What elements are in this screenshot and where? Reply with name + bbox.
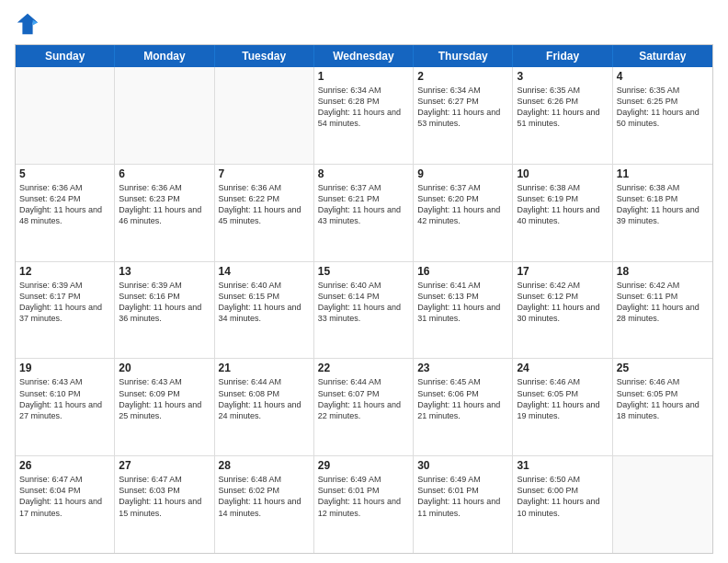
day-number: 26 [19,459,110,472]
calendar-cell-11: 11Sunrise: 6:38 AM Sunset: 6:18 PM Dayli… [613,165,712,261]
day-number: 9 [417,167,508,180]
day-number: 22 [318,362,409,374]
calendar: SundayMondayTuesdayWednesdayThursdayFrid… [15,44,713,554]
cell-info: Sunrise: 6:34 AM Sunset: 6:28 PM Dayligh… [318,85,409,130]
calendar-cell-empty-0-2 [215,67,314,164]
calendar-cell-14: 14Sunrise: 6:40 AM Sunset: 6:15 PM Dayli… [215,262,314,359]
cell-info: Sunrise: 6:47 AM Sunset: 6:03 PM Dayligh… [119,474,210,519]
day-number: 16 [417,265,508,278]
page: SundayMondayTuesdayWednesdayThursdayFrid… [0,0,728,563]
logo [15,11,44,37]
cell-info: Sunrise: 6:42 AM Sunset: 6:11 PM Dayligh… [617,280,709,325]
calendar-cell-3: 3Sunrise: 6:35 AM Sunset: 6:26 PM Daylig… [513,67,612,164]
calendar-cell-26: 26Sunrise: 6:47 AM Sunset: 6:04 PM Dayli… [16,456,115,553]
header [15,11,713,37]
day-number: 31 [517,459,608,472]
calendar-cell-5: 5Sunrise: 6:36 AM Sunset: 6:24 PM Daylig… [16,165,115,261]
cell-info: Sunrise: 6:48 AM Sunset: 6:02 PM Dayligh… [219,474,310,519]
day-number: 23 [417,362,508,374]
calendar-cell-empty-0-1 [115,67,214,164]
calendar-cell-28: 28Sunrise: 6:48 AM Sunset: 6:02 PM Dayli… [215,456,314,553]
calendar-cell-8: 8Sunrise: 6:37 AM Sunset: 6:21 PM Daylig… [314,165,414,261]
cell-info: Sunrise: 6:40 AM Sunset: 6:15 PM Dayligh… [219,280,310,325]
cell-info: Sunrise: 6:37 AM Sunset: 6:20 PM Dayligh… [417,182,508,227]
day-number: 29 [318,459,409,472]
cell-info: Sunrise: 6:36 AM Sunset: 6:22 PM Dayligh… [219,182,310,227]
day-number: 14 [219,265,310,278]
cell-info: Sunrise: 6:42 AM Sunset: 6:12 PM Dayligh… [517,280,608,325]
cell-info: Sunrise: 6:39 AM Sunset: 6:16 PM Dayligh… [119,280,210,325]
weekday-header-saturday: Saturday [613,45,712,67]
calendar-cell-29: 29Sunrise: 6:49 AM Sunset: 6:01 PM Dayli… [314,456,414,553]
weekday-header-monday: Monday [115,45,214,67]
calendar-cell-7: 7Sunrise: 6:36 AM Sunset: 6:22 PM Daylig… [215,165,314,261]
cell-info: Sunrise: 6:46 AM Sunset: 6:05 PM Dayligh… [517,376,608,421]
cell-info: Sunrise: 6:49 AM Sunset: 6:01 PM Dayligh… [417,474,508,519]
cell-info: Sunrise: 6:45 AM Sunset: 6:06 PM Dayligh… [417,376,508,421]
calendar-cell-23: 23Sunrise: 6:45 AM Sunset: 6:06 PM Dayli… [414,359,513,455]
day-number: 11 [617,167,709,180]
day-number: 27 [119,459,210,472]
calendar-cell-22: 22Sunrise: 6:44 AM Sunset: 6:07 PM Dayli… [314,359,414,455]
calendar-cell-empty-0-0 [16,67,115,164]
calendar-cell-6: 6Sunrise: 6:36 AM Sunset: 6:23 PM Daylig… [115,165,214,261]
calendar-cell-19: 19Sunrise: 6:43 AM Sunset: 6:10 PM Dayli… [16,359,115,455]
calendar-cell-27: 27Sunrise: 6:47 AM Sunset: 6:03 PM Dayli… [115,456,214,553]
day-number: 17 [517,265,608,278]
day-number: 25 [617,362,709,374]
cell-info: Sunrise: 6:35 AM Sunset: 6:25 PM Dayligh… [617,85,709,130]
weekday-header-wednesday: Wednesday [314,45,414,67]
calendar-row-3: 19Sunrise: 6:43 AM Sunset: 6:10 PM Dayli… [16,358,712,455]
cell-info: Sunrise: 6:50 AM Sunset: 6:00 PM Dayligh… [517,474,608,519]
day-number: 12 [19,265,110,278]
day-number: 2 [417,70,508,83]
cell-info: Sunrise: 6:43 AM Sunset: 6:09 PM Dayligh… [119,376,210,421]
calendar-row-0: 1Sunrise: 6:34 AM Sunset: 6:28 PM Daylig… [16,67,712,164]
cell-info: Sunrise: 6:34 AM Sunset: 6:27 PM Dayligh… [417,85,508,130]
cell-info: Sunrise: 6:49 AM Sunset: 6:01 PM Dayligh… [318,474,409,519]
day-number: 5 [19,167,110,180]
cell-info: Sunrise: 6:36 AM Sunset: 6:24 PM Dayligh… [19,182,110,227]
day-number: 19 [19,362,110,374]
calendar-cell-9: 9Sunrise: 6:37 AM Sunset: 6:20 PM Daylig… [414,165,513,261]
day-number: 20 [119,362,210,374]
day-number: 21 [219,362,310,374]
day-number: 10 [517,167,608,180]
weekday-header-thursday: Thursday [414,45,513,67]
cell-info: Sunrise: 6:41 AM Sunset: 6:13 PM Dayligh… [417,280,508,325]
calendar-cell-12: 12Sunrise: 6:39 AM Sunset: 6:17 PM Dayli… [16,262,115,359]
day-number: 13 [119,265,210,278]
weekday-header-tuesday: Tuesday [215,45,314,67]
cell-info: Sunrise: 6:46 AM Sunset: 6:05 PM Dayligh… [617,376,709,421]
calendar-cell-2: 2Sunrise: 6:34 AM Sunset: 6:27 PM Daylig… [414,67,513,164]
calendar-row-4: 26Sunrise: 6:47 AM Sunset: 6:04 PM Dayli… [16,455,712,553]
calendar-cell-15: 15Sunrise: 6:40 AM Sunset: 6:14 PM Dayli… [314,262,414,359]
calendar-cell-1: 1Sunrise: 6:34 AM Sunset: 6:28 PM Daylig… [314,67,414,164]
calendar-cell-24: 24Sunrise: 6:46 AM Sunset: 6:05 PM Dayli… [513,359,612,455]
day-number: 3 [517,70,608,83]
cell-info: Sunrise: 6:47 AM Sunset: 6:04 PM Dayligh… [19,474,110,519]
calendar-row-1: 5Sunrise: 6:36 AM Sunset: 6:24 PM Daylig… [16,164,712,261]
day-number: 18 [617,265,709,278]
calendar-cell-21: 21Sunrise: 6:44 AM Sunset: 6:08 PM Dayli… [215,359,314,455]
calendar-cell-31: 31Sunrise: 6:50 AM Sunset: 6:00 PM Dayli… [513,456,612,553]
calendar-cell-10: 10Sunrise: 6:38 AM Sunset: 6:19 PM Dayli… [513,165,612,261]
cell-info: Sunrise: 6:38 AM Sunset: 6:19 PM Dayligh… [517,182,608,227]
cell-info: Sunrise: 6:35 AM Sunset: 6:26 PM Dayligh… [517,85,608,130]
day-number: 24 [517,362,608,374]
calendar-header: SundayMondayTuesdayWednesdayThursdayFrid… [16,45,712,67]
calendar-cell-30: 30Sunrise: 6:49 AM Sunset: 6:01 PM Dayli… [414,456,513,553]
cell-info: Sunrise: 6:44 AM Sunset: 6:07 PM Dayligh… [318,376,409,421]
cell-info: Sunrise: 6:38 AM Sunset: 6:18 PM Dayligh… [617,182,709,227]
logo-icon [15,11,40,37]
calendar-cell-18: 18Sunrise: 6:42 AM Sunset: 6:11 PM Dayli… [613,262,712,359]
day-number: 4 [617,70,709,83]
day-number: 1 [318,70,409,83]
calendar-cell-25: 25Sunrise: 6:46 AM Sunset: 6:05 PM Dayli… [613,359,712,455]
cell-info: Sunrise: 6:37 AM Sunset: 6:21 PM Dayligh… [318,182,409,227]
cell-info: Sunrise: 6:43 AM Sunset: 6:10 PM Dayligh… [19,376,110,421]
calendar-body: 1Sunrise: 6:34 AM Sunset: 6:28 PM Daylig… [16,67,712,553]
cell-info: Sunrise: 6:39 AM Sunset: 6:17 PM Dayligh… [19,280,110,325]
day-number: 7 [219,167,310,180]
cell-info: Sunrise: 6:44 AM Sunset: 6:08 PM Dayligh… [219,376,310,421]
